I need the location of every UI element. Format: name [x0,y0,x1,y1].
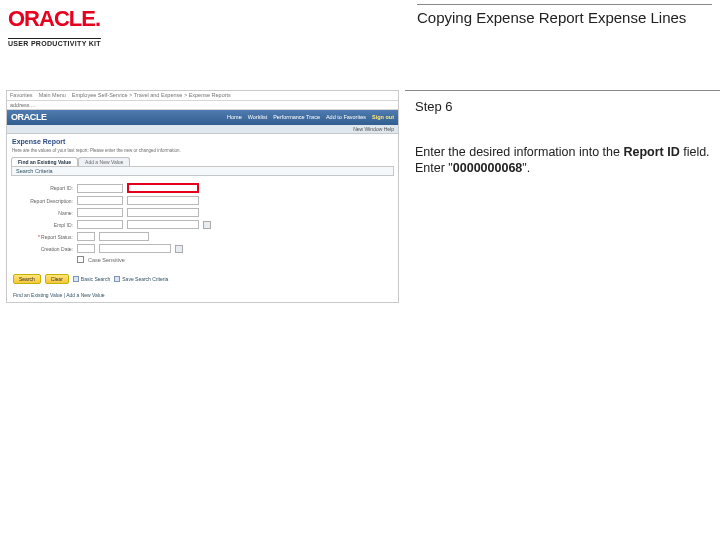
link-save: Save Search Criteria [114,276,168,282]
upk-subbrand: USER PRODUCTIVITY KIT [8,38,101,47]
mock-appbar: ORACLE Home Worklist Performance Trace A… [7,110,398,125]
highlight-report-id-input[interactable] [127,183,199,193]
mock-tabs: Find an Existing Value Add a New Value [11,157,394,166]
brand-logo: ORACLE. USER PRODUCTIVITY KIT [8,4,178,50]
oracle-logo: ORACLE [8,6,95,31]
lbl-report-desc: Report Description: [13,198,73,204]
calendar-icon [175,245,183,253]
lbl-creation: Creation Date: [13,246,73,252]
lbl-report-id: Report ID: [13,185,73,191]
lookup-icon [203,221,211,229]
mock-addressbar: address ... [7,101,398,111]
mock-expander: Search Criteria [11,166,394,177]
page-title: Copying Expense Report Expense Lines [417,4,712,26]
instruction-text: Enter the desired information into the R… [415,144,714,177]
mock-form: Report ID: Report Description: Name: Emp… [7,176,398,270]
mock-button-row: Search Clear Basic Search Save Search Cr… [7,270,398,288]
btn-clear: Clear [45,274,69,284]
screenshot-mock: Favorites Main Menu Employee Self-Servic… [0,90,405,303]
checkbox-case [77,256,84,263]
mock-titlebar: Favorites Main Menu Employee Self-Servic… [7,91,398,101]
lbl-name: Name: [13,210,73,216]
step-label: Step 6 [415,91,714,114]
op-report-id [77,184,123,193]
lbl-case: Case Sensitive [88,257,125,264]
mock-subbar: New Window Help [7,125,398,134]
mock-oracle-logo: ORACLE [11,112,47,123]
lbl-status: Report Status: [13,234,73,240]
mock-desc: Here are the values of your last report.… [7,148,398,156]
mock-tab-find: Find an Existing Value [11,157,78,166]
mock-footer: Find an Existing Value | Add a New Value [7,288,398,302]
link-basic: Basic Search [73,276,110,282]
mock-tab-add: Add a New Value [78,157,130,166]
lbl-empl: Empl ID: [13,222,73,228]
mock-page-title: Expense Report [7,134,398,148]
btn-search: Search [13,274,41,284]
